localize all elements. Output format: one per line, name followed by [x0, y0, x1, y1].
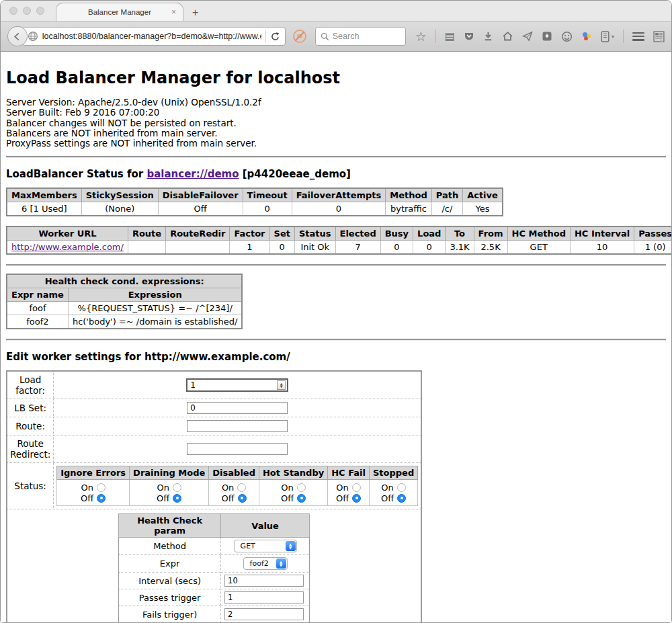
- panel-download-icon[interactable]: [542, 31, 552, 42]
- table-header-row: Worker URL Route RouteRedir Factor Set S…: [7, 226, 672, 241]
- select-stepper-icon: ▲▼: [276, 558, 286, 569]
- route-input[interactable]: [187, 420, 288, 432]
- url-text[interactable]: localhost:8880/balancer-manager?b=demo&w…: [42, 32, 261, 41]
- reading-list-icon[interactable]: ▤: [445, 31, 455, 42]
- col-from: From: [474, 226, 507, 241]
- cell-active: Yes: [463, 202, 503, 216]
- on-label: On: [281, 483, 293, 493]
- number-stepper-icon[interactable]: ▲▼: [277, 380, 286, 390]
- cell-expression: %{REQUEST_STATUS} =~ /^[234]/: [68, 302, 242, 315]
- url-bar[interactable]: localhost:8880/balancer-manager?b=demo&w…: [22, 27, 286, 46]
- tab-title: Balancer Manager: [88, 8, 151, 16]
- hc-fails-input[interactable]: [224, 608, 304, 620]
- status-header-row: Ignore Errors Draining Mode Disabled Hot…: [57, 466, 418, 480]
- col-expr-name: Expr name: [7, 288, 68, 302]
- server-built-line: Server Built: Feb 9 2016 07:00:20: [6, 108, 666, 118]
- table-title-row: Health check cond. expressions:: [7, 274, 242, 288]
- cell-expr-name: foof2: [7, 315, 68, 329]
- minimize-window-button[interactable]: [23, 7, 31, 15]
- off-label: Off: [381, 493, 394, 503]
- form-row-status: Status: Ignore Errors Draining Mode Disa…: [7, 463, 421, 509]
- draining-mode-off-radio[interactable]: [173, 494, 181, 503]
- off-label: Off: [281, 493, 294, 503]
- color-dots-icon[interactable]: [581, 31, 592, 42]
- adblock-icon[interactable]: [292, 29, 307, 44]
- page-content: Load Balancer Manager for localhost Serv…: [1, 52, 671, 623]
- balancer-status-heading: LoadBalancer Status for balancer://demo …: [6, 168, 666, 180]
- cell-passes: 1 (0): [634, 241, 672, 255]
- tab-balancer-manager[interactable]: Balancer Manager ×: [56, 3, 183, 21]
- off-label: Off: [81, 493, 93, 503]
- ignore-errors-on-radio[interactable]: [97, 483, 106, 492]
- back-button[interactable]: [7, 26, 28, 46]
- col-hc-param: Health Check param: [119, 514, 221, 538]
- hc-passes-input[interactable]: [224, 591, 304, 604]
- stopped-on-radio[interactable]: [397, 483, 406, 492]
- tab-close-icon[interactable]: ×: [171, 7, 176, 17]
- table-header-row: Expr name Expression: [7, 288, 242, 302]
- globe-icon: [28, 31, 38, 42]
- urlbar-divider: [265, 30, 266, 42]
- ignore-errors-off-radio[interactable]: [97, 494, 106, 503]
- cell-failoverattempts: 0: [292, 202, 386, 216]
- hc-expressions-title: Health check cond. expressions:: [7, 274, 242, 288]
- col-worker-url: Worker URL: [7, 226, 128, 241]
- home-icon[interactable]: [502, 31, 513, 42]
- cell-route: [128, 241, 165, 255]
- cell-method: bytraffic: [386, 202, 431, 216]
- cell-elected: 7: [335, 241, 380, 255]
- col-hc-fail: HC Fail: [328, 466, 370, 480]
- lb-set-input[interactable]: [187, 402, 288, 414]
- cell-from: 2.5K: [474, 241, 507, 255]
- hc-expressions-table: Health check cond. expressions: Expr nam…: [6, 274, 243, 329]
- load-factor-input[interactable]: [187, 380, 277, 390]
- hc-expr-select[interactable]: foof2 ▲▼: [243, 557, 288, 570]
- window-controls: [9, 7, 44, 15]
- zoom-window-button[interactable]: [36, 7, 44, 15]
- reload-icon[interactable]: [270, 32, 280, 42]
- hc-method-label: Method: [119, 538, 221, 555]
- newsfox-grid-icon[interactable]: [653, 31, 665, 42]
- stopped-off-radio[interactable]: [397, 494, 406, 503]
- load-factor-field: ▲▼: [186, 378, 288, 392]
- draining-mode-on-radio[interactable]: [173, 483, 181, 492]
- health-check-table: Health Check param Value Method GET ▲▼: [118, 513, 310, 623]
- hc-interval-input[interactable]: [224, 575, 304, 587]
- back-arrow-icon: [12, 32, 22, 42]
- hc-method-select[interactable]: GET ▲▼: [234, 540, 297, 552]
- balancer-demo-link[interactable]: balancer://demo: [146, 168, 239, 180]
- worker-table: Worker URL Route RouteRedir Factor Set S…: [6, 226, 672, 255]
- col-ignore-errors: Ignore Errors: [57, 466, 130, 480]
- send-icon[interactable]: [522, 31, 533, 42]
- hc-fail-off-radio[interactable]: [352, 494, 361, 503]
- hot-standby-on-radio[interactable]: [297, 483, 306, 492]
- new-tab-button[interactable]: +: [192, 7, 198, 19]
- on-label: On: [157, 483, 169, 493]
- on-label: On: [222, 483, 234, 493]
- search-bar[interactable]: Search: [315, 27, 406, 46]
- worker-url-link[interactable]: http://www.example.com/: [11, 242, 124, 252]
- close-window-button[interactable]: [9, 7, 17, 15]
- page-title: Load Balancer Manager for localhost: [6, 69, 666, 87]
- cell-to: 3.1K: [446, 241, 474, 255]
- download-icon[interactable]: [483, 31, 493, 42]
- col-hc-interval: HC Interval: [570, 226, 634, 241]
- col-hc-value: Value: [221, 514, 310, 538]
- disabled-on-radio[interactable]: [237, 483, 246, 492]
- off-label: Off: [157, 493, 169, 503]
- cell-expression: hc('body') =~ /domain is established/: [68, 315, 242, 329]
- hc-fail-on-radio[interactable]: [352, 483, 361, 492]
- pocket-icon[interactable]: [464, 31, 474, 42]
- bookmark-star-icon[interactable]: ☆: [415, 30, 427, 43]
- menu-icon[interactable]: [632, 32, 644, 41]
- hot-standby-off-radio[interactable]: [297, 494, 306, 503]
- form-row-load-factor: Load factor: ▲▼: [7, 371, 421, 399]
- col-factor: Factor: [230, 226, 269, 241]
- form-row-route-redirect: Route Redirect:: [7, 435, 421, 463]
- smiley-icon[interactable]: [561, 31, 573, 42]
- section-divider: [6, 339, 666, 341]
- device-menu[interactable]: ▾: [601, 31, 614, 42]
- expr-row: foof2 hc('body') =~ /domain is establish…: [7, 315, 242, 329]
- route-redirect-input[interactable]: [187, 443, 288, 455]
- disabled-off-radio[interactable]: [238, 494, 247, 503]
